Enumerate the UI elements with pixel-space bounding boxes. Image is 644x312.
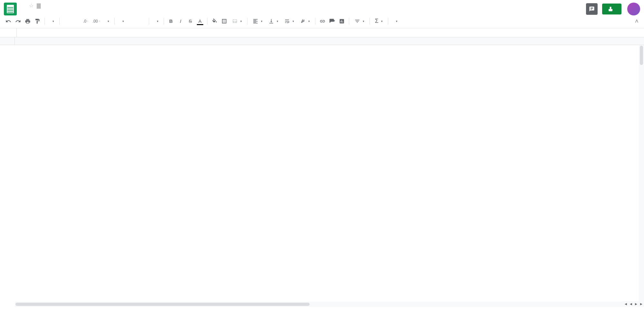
merge-cells-dropdown[interactable] <box>229 17 245 26</box>
formula-bar <box>0 28 644 37</box>
filter-icon <box>354 18 360 24</box>
toolbar-collapse-button[interactable]: ᐱ <box>633 17 640 25</box>
decrease-decimal-button[interactable]: .0← <box>82 17 91 26</box>
input-language-dropdown[interactable] <box>391 17 400 26</box>
currency-button[interactable] <box>62 17 71 26</box>
toolbar: .0← .00→ B I S A Σ ᐱ <box>0 14 644 28</box>
paint-icon <box>34 18 40 24</box>
formula-input[interactable] <box>17 28 644 37</box>
insert-link-button[interactable] <box>318 17 327 26</box>
fx-label[interactable] <box>0 28 17 37</box>
borders-icon <box>221 18 227 24</box>
share-button[interactable] <box>602 4 621 14</box>
folder-icon[interactable]: ▇ <box>37 3 41 9</box>
menu-help[interactable] <box>67 9 72 12</box>
menu-file[interactable] <box>21 9 26 12</box>
text-wrap-dropdown[interactable] <box>282 17 297 26</box>
menu-view[interactable] <box>32 9 37 12</box>
redo-icon <box>15 18 21 24</box>
chart-icon <box>339 18 345 24</box>
undo-button[interactable] <box>4 17 13 26</box>
scroll-last-button[interactable]: ▶ <box>634 302 638 306</box>
undo-icon <box>5 18 11 24</box>
font-family-dropdown[interactable] <box>117 17 146 26</box>
select-all-corner[interactable] <box>0 37 15 45</box>
fill-color-button[interactable] <box>210 17 219 26</box>
merge-icon <box>232 18 238 24</box>
menu-bar <box>21 9 586 12</box>
strikethrough-button[interactable]: S <box>186 17 195 26</box>
align-left-icon <box>253 18 258 24</box>
comment-icon <box>589 6 595 12</box>
star-icon[interactable]: ☆ <box>29 3 34 9</box>
paint-format-button[interactable] <box>33 17 42 26</box>
wrap-icon <box>284 18 290 24</box>
vertical-align-dropdown[interactable] <box>266 17 281 26</box>
menu-insert[interactable] <box>38 9 43 12</box>
print-icon <box>25 18 31 24</box>
link-icon <box>320 18 325 24</box>
font-size-dropdown[interactable] <box>152 17 161 26</box>
menu-data[interactable] <box>50 9 55 12</box>
zoom-dropdown[interactable] <box>47 17 57 26</box>
more-formats-dropdown[interactable] <box>102 17 112 26</box>
print-button[interactable] <box>23 17 32 26</box>
menu-edit[interactable] <box>26 9 32 12</box>
scroll-right-button[interactable]: ▶ <box>639 302 643 306</box>
insert-comment-button[interactable] <box>328 17 337 26</box>
italic-button[interactable]: I <box>176 17 185 26</box>
scroll-first-button[interactable]: ◀ <box>629 302 633 306</box>
comments-button[interactable] <box>586 3 598 15</box>
text-color-button[interactable]: A <box>196 17 205 26</box>
doc-title[interactable] <box>21 5 25 7</box>
add-comment-icon <box>329 18 335 24</box>
borders-button[interactable] <box>220 17 229 26</box>
valign-bottom-icon <box>268 18 274 24</box>
menu-format[interactable] <box>44 9 49 12</box>
account-avatar[interactable] <box>627 3 640 15</box>
percent-button[interactable] <box>72 17 81 26</box>
increase-decimal-button[interactable]: .00→ <box>91 17 102 26</box>
insert-chart-button[interactable] <box>337 17 346 26</box>
fill-icon <box>212 18 217 24</box>
rotation-icon <box>300 18 306 24</box>
horizontal-align-dropdown[interactable] <box>250 17 265 26</box>
menu-tools[interactable] <box>55 9 61 12</box>
horizontal-scrollbar[interactable] <box>15 302 628 307</box>
redo-button[interactable] <box>14 17 23 26</box>
sheets-logo-icon[interactable] <box>4 3 17 15</box>
spreadsheet-grid: ◀ ◀ ▶ ▶ <box>0 37 644 307</box>
functions-dropdown[interactable]: Σ <box>372 17 385 26</box>
bold-button[interactable]: B <box>167 17 176 26</box>
menu-addons[interactable] <box>61 9 66 12</box>
text-rotation-dropdown[interactable] <box>297 17 312 26</box>
filter-dropdown[interactable] <box>352 17 367 26</box>
vertical-scrollbar[interactable] <box>639 45 644 302</box>
scroll-left-button[interactable]: ◀ <box>623 302 628 306</box>
